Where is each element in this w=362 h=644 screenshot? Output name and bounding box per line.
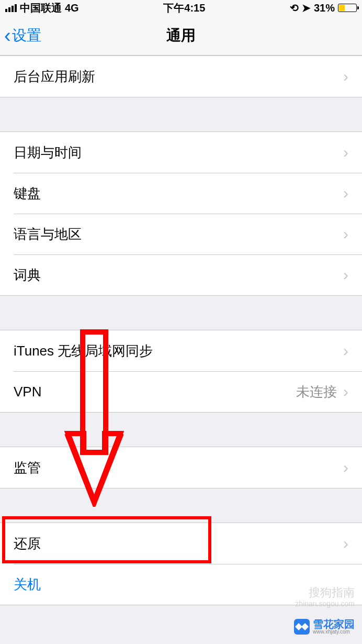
watermark-xuehua: 雪花家园 www.xhjaty.com (294, 619, 355, 635)
row-itunes-wifi-sync[interactable]: iTunes 无线局域网同步 › (0, 330, 362, 371)
row-shutdown[interactable]: 关机 (0, 564, 362, 605)
location-icon: ➤ (302, 2, 311, 14)
row-regulatory[interactable]: 监管 › (0, 447, 362, 488)
row-label: 关机 (14, 575, 348, 594)
group-input-settings: 日期与时间 › 键盘 › 语言与地区 › 词典 › (0, 131, 362, 296)
carrier-label: 中国联通 (20, 1, 62, 15)
row-vpn[interactable]: VPN 未连接 › (0, 371, 362, 412)
orientation-lock-icon: ⟲ (290, 2, 299, 14)
row-label: 键盘 (14, 184, 343, 203)
group-sync: iTunes 无线局域网同步 › VPN 未连接 › (0, 330, 362, 413)
chevron-right-icon: › (343, 342, 348, 360)
chevron-right-icon: › (343, 143, 348, 161)
row-label: 语言与地区 (14, 225, 343, 243)
row-label: 监管 (14, 459, 343, 477)
chevron-right-icon: › (343, 383, 348, 401)
row-label: 后台应用刷新 (14, 68, 343, 86)
row-language-region[interactable]: 语言与地区 › (0, 214, 362, 254)
group-bg-refresh: 后台应用刷新 › (0, 55, 362, 97)
row-dictionary[interactable]: 词典 › (0, 254, 362, 295)
row-reset[interactable]: 还原 › (0, 523, 362, 564)
group-regulatory: 监管 › (0, 447, 362, 488)
row-label: 还原 (14, 535, 343, 553)
group-reset: 还原 › 关机 (0, 523, 362, 605)
signal-icon (5, 4, 17, 12)
chevron-right-icon: › (343, 266, 348, 284)
chevron-left-icon: ‹ (4, 26, 11, 46)
chevron-right-icon: › (343, 459, 348, 476)
row-label: VPN (14, 384, 296, 400)
snowflake-logo-icon (294, 619, 310, 635)
row-date-time[interactable]: 日期与时间 › (0, 132, 362, 173)
back-label: 设置 (12, 26, 41, 46)
nav-bar: ‹ 设置 通用 (0, 16, 362, 55)
status-time: 下午4:15 (163, 1, 205, 15)
chevron-right-icon: › (343, 535, 348, 552)
chevron-right-icon: › (343, 68, 348, 85)
back-button[interactable]: ‹ 设置 (0, 26, 41, 46)
row-label: iTunes 无线局域网同步 (14, 342, 343, 360)
battery-icon (338, 4, 357, 12)
row-bg-app-refresh[interactable]: 后台应用刷新 › (0, 56, 362, 97)
watermark-text: 雪花家园 (313, 618, 355, 630)
status-bar: 中国联通 4G 下午4:15 ⟲ ➤ 31% (0, 0, 362, 16)
battery-pct: 31% (314, 2, 335, 14)
network-label: 4G (65, 2, 79, 14)
row-label: 词典 (14, 266, 343, 284)
page-title: 通用 (0, 26, 362, 46)
chevron-right-icon: › (343, 184, 348, 202)
row-keyboard[interactable]: 键盘 › (0, 173, 362, 214)
vpn-status: 未连接 (296, 383, 337, 401)
watermark-url: www.xhjaty.com (313, 629, 355, 635)
chevron-right-icon: › (343, 225, 348, 243)
row-label: 日期与时间 (14, 143, 343, 162)
